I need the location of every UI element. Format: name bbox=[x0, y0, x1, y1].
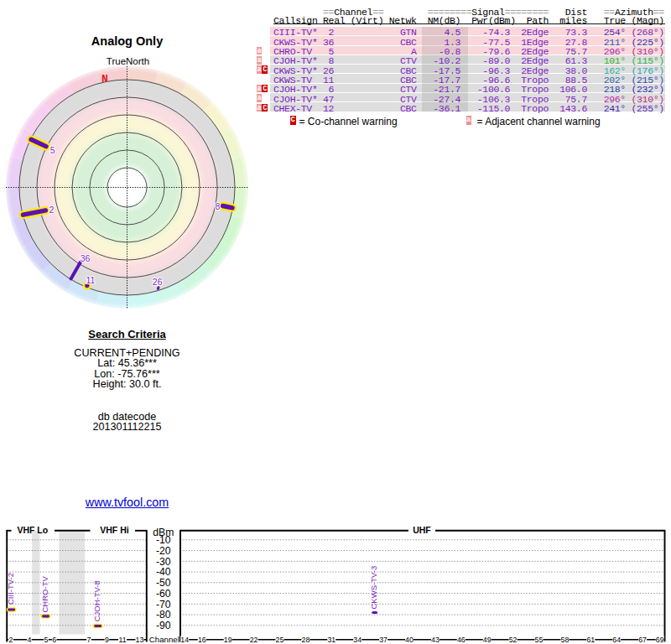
svg-text:CHRO-TV: CHRO-TV bbox=[40, 576, 49, 613]
svg-text:64: 64 bbox=[612, 636, 621, 644]
svg-text:67: 67 bbox=[638, 636, 647, 644]
svg-text:UHF: UHF bbox=[413, 525, 431, 535]
svg-text:-90: -90 bbox=[156, 620, 171, 631]
svg-text:8: 8 bbox=[216, 201, 221, 211]
svg-text:9: 9 bbox=[105, 636, 109, 644]
svg-text:CKWS-TV-3: CKWS-TV-3 bbox=[369, 566, 378, 610]
svg-text:58: 58 bbox=[561, 636, 570, 644]
svg-text:46: 46 bbox=[457, 636, 466, 644]
svg-text:69: 69 bbox=[656, 636, 664, 644]
svg-text:26: 26 bbox=[153, 277, 163, 287]
svg-text:49: 49 bbox=[483, 636, 492, 644]
svg-text:22: 22 bbox=[250, 636, 258, 644]
svg-text:11: 11 bbox=[86, 275, 96, 285]
svg-text:dBm: dBm bbox=[153, 527, 174, 538]
svg-text:11: 11 bbox=[119, 636, 127, 644]
svg-text:VHF Lo: VHF Lo bbox=[17, 525, 48, 535]
svg-text:2: 2 bbox=[49, 205, 54, 215]
svg-text:43: 43 bbox=[431, 636, 440, 644]
svg-text:52: 52 bbox=[509, 636, 518, 644]
svg-text:VHF Hi: VHF Hi bbox=[100, 525, 129, 535]
svg-text:Channel: Channel bbox=[149, 635, 179, 644]
svg-text:14: 14 bbox=[180, 636, 189, 644]
svg-text:40: 40 bbox=[405, 636, 414, 644]
svg-text:16: 16 bbox=[198, 636, 206, 644]
svg-text:CJOH-TV-8: CJOH-TV-8 bbox=[92, 580, 101, 621]
svg-text:61: 61 bbox=[586, 636, 595, 644]
svg-text:5: 5 bbox=[50, 145, 55, 155]
svg-text:55: 55 bbox=[535, 636, 544, 644]
svg-text:2: 2 bbox=[9, 636, 13, 644]
svg-text:19: 19 bbox=[224, 636, 232, 644]
svg-text:37: 37 bbox=[379, 636, 388, 644]
svg-text:N: N bbox=[101, 73, 108, 86]
svg-text:6: 6 bbox=[52, 636, 56, 644]
svg-text:28: 28 bbox=[302, 636, 310, 644]
svg-text:36: 36 bbox=[81, 253, 91, 263]
svg-text:31: 31 bbox=[327, 636, 336, 644]
svg-text:4: 4 bbox=[27, 636, 31, 644]
svg-text:7: 7 bbox=[87, 636, 91, 644]
svg-text:25: 25 bbox=[276, 636, 284, 644]
svg-text:CIII-TV-2: CIII-TV-2 bbox=[6, 573, 15, 605]
svg-text:5: 5 bbox=[44, 636, 49, 644]
svg-text:34: 34 bbox=[353, 636, 362, 644]
svg-text:13: 13 bbox=[136, 636, 144, 644]
